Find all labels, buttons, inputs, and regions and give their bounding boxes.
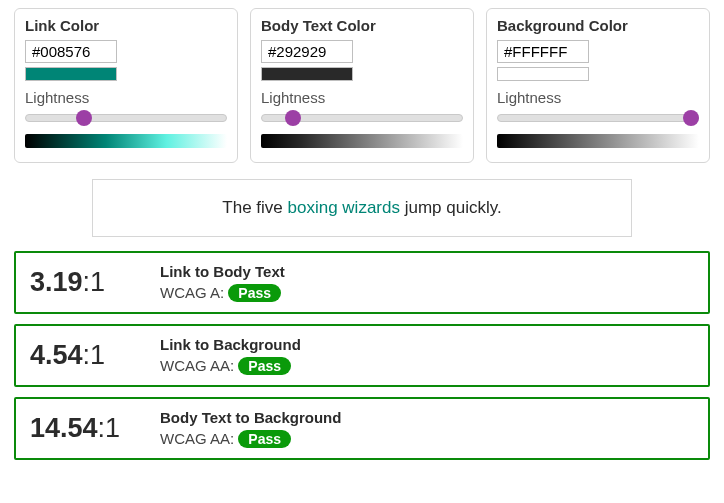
results-list: 3.19:1 Link to Body Text WCAG A: Pass 4.… [14,251,710,460]
status-badge: Pass [238,430,291,448]
result-title: Link to Background [160,336,301,353]
slider-thumb[interactable] [76,110,92,126]
slider-thumb[interactable] [683,110,699,126]
result-body-to-bg: 14.54:1 Body Text to Background WCAG AA:… [14,397,710,460]
bg-lightness-label: Lightness [497,89,699,106]
bg-color-input[interactable] [497,40,589,63]
bg-color-picker: Background Color Lightness [486,8,710,163]
link-gradient-bar [25,134,227,148]
ratio-value: 4.54:1 [30,340,140,371]
result-level: WCAG A: Pass [160,284,285,302]
slider-track [25,114,227,122]
ratio-value: 14.54:1 [30,413,140,444]
link-color-swatch[interactable] [25,67,117,81]
preview-box: The five boxing wizards jump quickly. [92,179,632,237]
result-level: WCAG AA: Pass [160,357,301,375]
bg-gradient-bar [497,134,699,148]
body-color-title: Body Text Color [261,17,463,34]
bg-color-swatch[interactable] [497,67,589,81]
ratio-value: 3.19:1 [30,267,140,298]
slider-thumb[interactable] [285,110,301,126]
status-badge: Pass [228,284,281,302]
preview-link[interactable]: boxing wizards [288,198,400,217]
bg-color-title: Background Color [497,17,699,34]
body-color-picker: Body Text Color Lightness [250,8,474,163]
status-badge: Pass [238,357,291,375]
result-title: Link to Body Text [160,263,285,280]
body-lightness-slider[interactable] [261,110,463,128]
link-color-input[interactable] [25,40,117,63]
preview-text-before: The five [222,198,287,217]
result-link-to-bg: 4.54:1 Link to Background WCAG AA: Pass [14,324,710,387]
link-color-title: Link Color [25,17,227,34]
preview-text-after: jump quickly. [400,198,502,217]
result-level: WCAG AA: Pass [160,430,341,448]
link-lightness-label: Lightness [25,89,227,106]
body-gradient-bar [261,134,463,148]
bg-lightness-slider[interactable] [497,110,699,128]
link-lightness-slider[interactable] [25,110,227,128]
color-pickers: Link Color Lightness Body Text Color Lig… [14,8,710,163]
body-lightness-label: Lightness [261,89,463,106]
link-color-picker: Link Color Lightness [14,8,238,163]
body-color-swatch[interactable] [261,67,353,81]
result-link-to-body: 3.19:1 Link to Body Text WCAG A: Pass [14,251,710,314]
slider-track [497,114,699,122]
body-color-input[interactable] [261,40,353,63]
result-title: Body Text to Background [160,409,341,426]
